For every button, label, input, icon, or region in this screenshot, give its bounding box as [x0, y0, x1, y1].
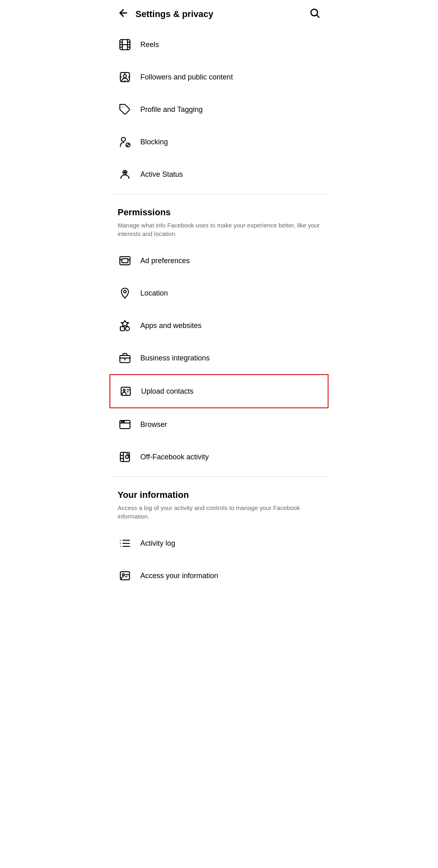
menu-item-profile-tagging[interactable]: Profile and Tagging [110, 93, 328, 126]
svg-point-27 [123, 421, 125, 422]
off-facebook-label: Off-Facebook activity [140, 453, 209, 461]
browser-label: Browser [140, 420, 167, 429]
back-icon[interactable] [118, 7, 129, 21]
access-information-label: Access your information [140, 572, 218, 580]
search-icon[interactable] [309, 7, 320, 21]
followers-label: Followers and public content [140, 73, 233, 81]
activity-log-icon [118, 536, 132, 551]
header: Settings & privacy [110, 0, 328, 28]
menu-item-active-status[interactable]: Active Status [110, 158, 328, 191]
off-facebook-icon [118, 450, 132, 464]
divider-1 [110, 194, 328, 194]
your-info-subtitle: Access a log of your activity and contro… [118, 504, 320, 521]
browser-icon [118, 417, 132, 432]
access-information-icon [118, 568, 132, 583]
header-left: Settings & privacy [118, 7, 213, 21]
page-title: Settings & privacy [135, 9, 213, 19]
blocking-icon [118, 135, 132, 149]
active-status-icon [118, 167, 132, 182]
menu-item-activity-log[interactable]: Activity log [110, 527, 328, 559]
divider-2 [110, 476, 328, 477]
svg-point-37 [122, 574, 125, 576]
business-integrations-icon [118, 351, 132, 365]
ad-preferences-label: Ad preferences [140, 257, 190, 265]
svg-point-26 [121, 421, 122, 422]
upload-contacts-label: Upload contacts [141, 387, 193, 396]
svg-point-21 [123, 389, 125, 391]
blocking-label: Blocking [140, 138, 168, 146]
location-icon [118, 286, 132, 300]
reels-icon [118, 37, 132, 52]
svg-point-3 [123, 75, 127, 78]
svg-point-29 [125, 455, 129, 459]
profile-tagging-label: Profile and Tagging [140, 105, 203, 114]
apps-websites-label: Apps and websites [140, 321, 202, 330]
svg-rect-10 [120, 257, 130, 265]
menu-item-apps-websites[interactable]: Apps and websites [110, 309, 328, 342]
location-label: Location [140, 289, 168, 298]
permissions-subtitle: Manage what info Facebook uses to make y… [118, 221, 320, 238]
ad-preferences-icon [118, 253, 132, 268]
reels-label: Reels [140, 41, 159, 49]
menu-item-reels[interactable]: Reels [110, 28, 328, 61]
svg-point-14 [124, 290, 126, 293]
menu-item-access-information[interactable]: Access your information [110, 559, 328, 592]
svg-rect-11 [122, 259, 128, 263]
your-info-section-header: Your information Access a log of your ac… [110, 480, 328, 527]
menu-item-followers[interactable]: Followers and public content [110, 61, 328, 93]
active-status-label: Active Status [140, 170, 183, 179]
menu-item-browser[interactable]: Browser [110, 408, 328, 441]
menu-item-ad-preferences[interactable]: Ad preferences [110, 244, 328, 277]
activity-log-label: Activity log [140, 539, 175, 548]
permissions-title: Permissions [118, 207, 320, 218]
svg-line-7 [127, 144, 130, 147]
your-info-title: Your information [118, 490, 320, 500]
upload-contacts-icon [118, 384, 133, 399]
permissions-section-header: Permissions Manage what info Facebook us… [110, 197, 328, 244]
menu-item-location[interactable]: Location [110, 277, 328, 309]
svg-point-9 [124, 171, 126, 173]
menu-item-business-integrations[interactable]: Business integrations [110, 342, 328, 374]
business-integrations-label: Business integrations [140, 354, 210, 362]
followers-icon [118, 70, 132, 84]
menu-item-blocking[interactable]: Blocking [110, 126, 328, 158]
menu-item-upload-contacts[interactable]: Upload contacts [110, 374, 328, 408]
profile-tag-icon [118, 102, 132, 117]
apps-websites-icon [118, 318, 132, 333]
svg-point-5 [121, 137, 125, 141]
menu-item-off-facebook[interactable]: Off-Facebook activity [110, 441, 328, 473]
